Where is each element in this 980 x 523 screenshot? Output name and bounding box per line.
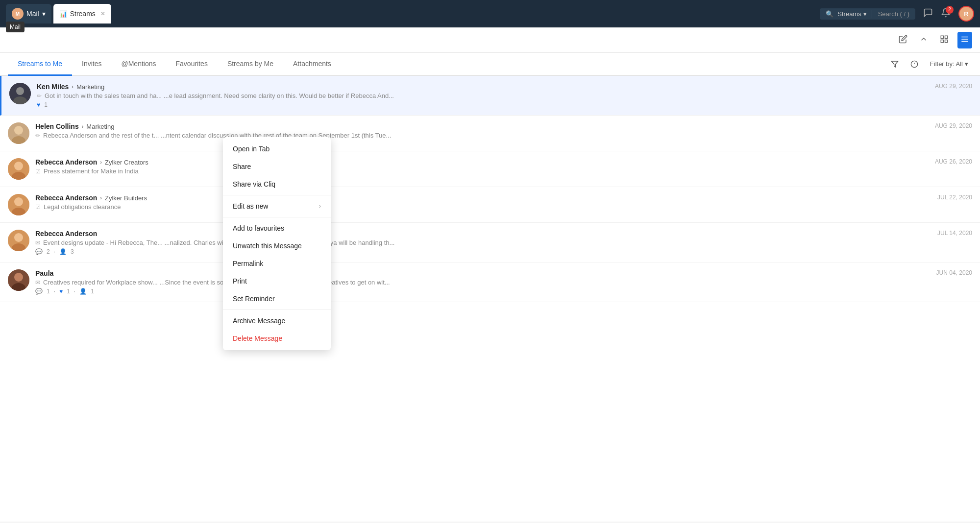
ctx-archive-message[interactable]: Archive Message	[223, 312, 331, 330]
ctx-edit-as-new-label: Edit as new	[233, 202, 268, 210]
ctx-permalink-label: Permalink	[233, 260, 263, 267]
ctx-share[interactable]: Share	[223, 158, 331, 175]
ctx-set-reminder-label: Set Reminder	[233, 295, 275, 303]
ctx-print-label: Print	[233, 277, 247, 285]
ctx-divider-1	[223, 195, 331, 195]
ctx-open-in-tab[interactable]: Open in Tab	[223, 140, 331, 158]
ctx-unwatch-message[interactable]: Unwatch this Message	[223, 237, 331, 255]
ctx-share-via-cliq[interactable]: Share via Cliq	[223, 175, 331, 193]
ctx-set-reminder[interactable]: Set Reminder	[223, 290, 331, 308]
ctx-archive-message-label: Archive Message	[233, 317, 285, 325]
ctx-add-to-favourites[interactable]: Add to favourites	[223, 219, 331, 237]
ctx-share-via-cliq-label: Share via Cliq	[233, 180, 275, 188]
ctx-divider-3	[223, 309, 331, 310]
ctx-divider-2	[223, 217, 331, 217]
ctx-edit-as-new-arrow: ›	[319, 203, 321, 210]
ctx-add-to-favourites-label: Add to favourites	[233, 224, 284, 232]
ctx-edit-as-new[interactable]: Edit as new ›	[223, 197, 331, 215]
context-menu-overlay[interactable]	[0, 0, 980, 522]
ctx-unwatch-message-label: Unwatch this Message	[233, 242, 302, 250]
ctx-open-in-tab-label: Open in Tab	[233, 145, 270, 153]
ctx-delete-message-label: Delete Message	[233, 334, 282, 342]
ctx-share-label: Share	[233, 163, 251, 170]
ctx-delete-message[interactable]: Delete Message	[223, 330, 331, 347]
ctx-permalink[interactable]: Permalink	[223, 255, 331, 272]
ctx-print[interactable]: Print	[223, 272, 331, 290]
context-menu: Open in Tab Share Share via Cliq Edit as…	[223, 137, 331, 350]
